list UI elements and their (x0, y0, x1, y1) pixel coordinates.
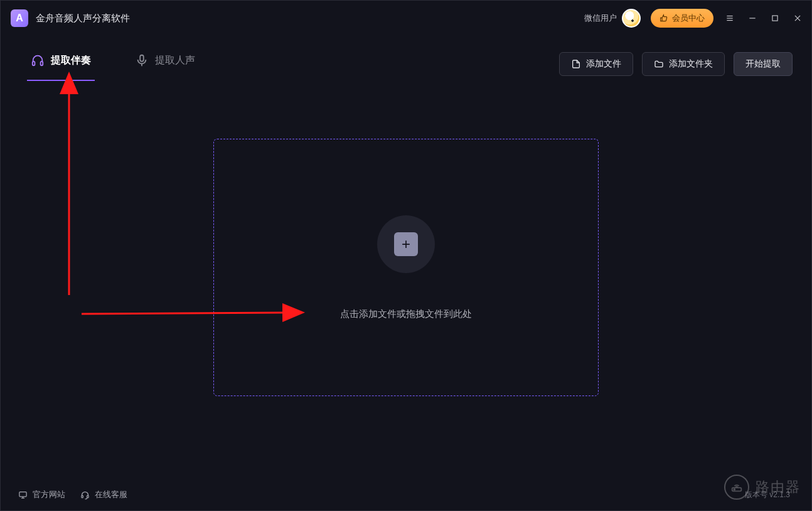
svg-rect-8 (41, 62, 43, 65)
headset-icon (80, 490, 90, 500)
dropzone[interactable]: + 点击添加文件或拖拽文件到此处 (213, 139, 599, 396)
dropzone-hint: 点击添加文件或拖拽文件到此处 (340, 308, 472, 320)
titlebar: A 金舟音频人声分离软件 微信用户 会员中心 (1, 1, 811, 36)
start-extract-button[interactable]: 开始提取 (734, 52, 793, 76)
microphone-icon (135, 53, 149, 67)
svg-rect-9 (140, 55, 144, 62)
plus-icon: + (394, 232, 418, 256)
folder-icon (654, 59, 664, 69)
svg-rect-11 (19, 492, 26, 497)
tab-extract-vocals[interactable]: 提取人声 (135, 47, 195, 81)
official-site-link[interactable]: 官方网站 (18, 489, 65, 500)
button-label: 添加文件夹 (669, 58, 713, 70)
svg-rect-7 (33, 62, 35, 65)
footer: 官方网站 在线客服 版本号 v2.1.3 (1, 479, 811, 510)
tab-label: 提取伴奏 (51, 54, 91, 67)
close-button[interactable] (793, 13, 803, 23)
add-circle[interactable]: + (377, 215, 435, 273)
add-file-button[interactable]: 添加文件 (559, 52, 633, 76)
toolbar: 提取伴奏 提取人声 添加文件 添加文件夹 开始提取 (1, 36, 811, 81)
version-text: 版本号 v2.1.3 (745, 490, 790, 500)
svg-rect-15 (87, 495, 89, 498)
user-label: 微信用户 (584, 13, 617, 24)
thumbs-up-icon (660, 14, 668, 23)
app-title: 金舟音频人声分离软件 (36, 13, 130, 24)
vip-label: 会员中心 (672, 13, 705, 24)
file-icon (571, 59, 581, 69)
online-service-link[interactable]: 在线客服 (80, 489, 127, 500)
app-logo-letter: A (16, 13, 23, 24)
maximize-button[interactable] (770, 13, 780, 23)
vip-button[interactable]: 会员中心 (651, 9, 713, 28)
add-folder-button[interactable]: 添加文件夹 (642, 52, 725, 76)
monitor-icon (18, 490, 28, 500)
headphones-icon (31, 53, 45, 67)
tab-label: 提取人声 (155, 54, 195, 67)
svg-rect-14 (82, 495, 83, 498)
tab-extract-accompaniment[interactable]: 提取伴奏 (31, 47, 91, 81)
link-label: 在线客服 (95, 489, 127, 500)
link-label: 官方网站 (33, 489, 65, 500)
button-label: 添加文件 (586, 58, 621, 70)
minimize-button[interactable] (747, 13, 757, 23)
window-controls (725, 13, 803, 23)
menu-icon[interactable] (725, 13, 735, 23)
svg-rect-4 (772, 16, 777, 21)
button-label: 开始提取 (745, 58, 781, 70)
main-area: + 点击添加文件或拖拽文件到此处 (1, 81, 811, 479)
app-logo: A (11, 9, 28, 27)
avatar[interactable] (622, 9, 641, 28)
